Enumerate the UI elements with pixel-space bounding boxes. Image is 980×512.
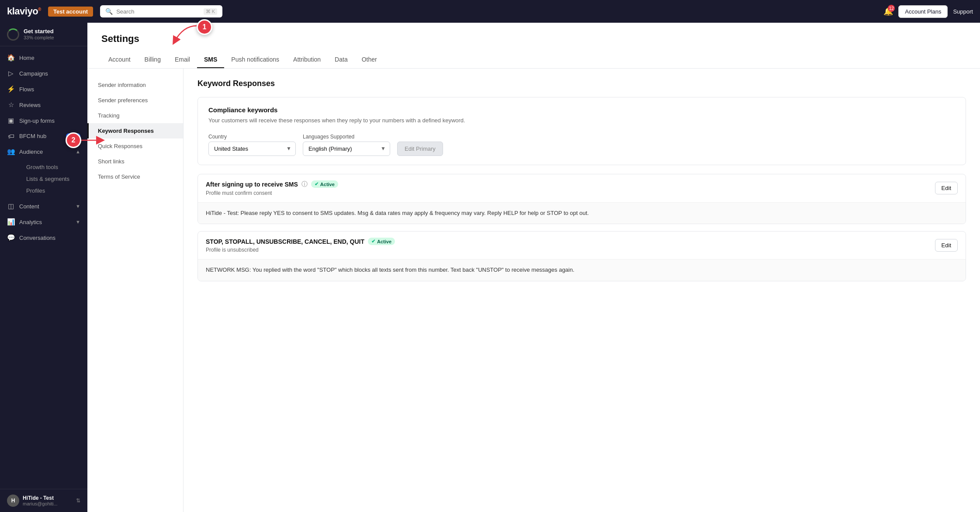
sidebar-item-content[interactable]: ◫ Content ▼ <box>0 198 87 214</box>
progress-section[interactable]: Get started 33% complete <box>0 23 87 46</box>
sms-nav-quick-responses[interactable]: Quick Responses <box>87 138 183 154</box>
language-select[interactable]: English (Primary) <box>303 142 390 156</box>
signup-forms-icon: ▣ <box>7 117 15 125</box>
status-label-2: Active <box>377 239 391 244</box>
sidebar-item-audience[interactable]: 👥 Audience ▲ <box>0 144 87 159</box>
country-language-row: Country United States ▼ Languages Suppor… <box>208 134 955 156</box>
country-label: Country <box>208 134 296 140</box>
audience-icon: 👥 <box>7 148 15 156</box>
sidebar-item-campaigns[interactable]: ▷ Campaigns <box>0 66 87 81</box>
sidebar-item-label: Reviews <box>19 102 41 108</box>
sidebar-item-home[interactable]: 🏠 Home <box>0 50 87 66</box>
search-input[interactable] <box>116 8 200 15</box>
sms-signup-title: After signing up to receive SMS <box>206 181 298 188</box>
content-icon: ◫ <box>7 202 15 210</box>
content-left: ◫ Content <box>7 202 39 210</box>
info-icon[interactable]: ⓘ <box>301 180 308 188</box>
sidebar-item-growth-tools[interactable]: Growth tools <box>19 161 87 173</box>
sidebar-item-label: Home <box>19 55 35 61</box>
stop-keywords-edit-button[interactable]: Edit <box>935 239 958 252</box>
new-badge: New <box>66 133 80 139</box>
tab-attribution[interactable]: Attribution <box>286 52 328 68</box>
nav-right: 🔔 12 Account Plans Support <box>883 5 973 18</box>
progress-subtitle: 33% complete <box>24 35 54 40</box>
top-navigation: klaviyo® Test account 🔍 ⌘ K 🔔 12 Account… <box>0 0 980 23</box>
logo-area: klaviyo® <box>7 6 41 17</box>
user-name: HiTide - Test <box>23 495 58 501</box>
country-select[interactable]: United States <box>208 142 296 156</box>
status-label: Active <box>320 182 335 187</box>
active-dot-icon: ✔ <box>315 181 319 187</box>
language-label: Languages Supported <box>303 134 390 140</box>
support-button[interactable]: Support <box>953 8 973 15</box>
sms-nav-sender-pref[interactable]: Sender preferences <box>87 93 183 108</box>
analytics-chevron-icon: ▼ <box>76 219 80 225</box>
sms-nav-keyword-responses[interactable]: Keyword Responses <box>87 123 183 138</box>
sidebar-item-analytics[interactable]: 📊 Analytics ▼ <box>0 214 87 230</box>
notifications-badge: 12 <box>888 5 895 12</box>
sidebar-item-flows[interactable]: ⚡ Flows <box>0 81 87 97</box>
tab-sms[interactable]: SMS <box>197 52 224 68</box>
tab-email[interactable]: Email <box>168 52 197 68</box>
sidebar-item-conversations[interactable]: 💬 Conversations <box>0 230 87 246</box>
sidebar-item-label: Content <box>19 203 39 210</box>
avatar: H <box>7 495 19 507</box>
edit-primary-button[interactable]: Edit Primary <box>397 142 443 156</box>
search-container: 🔍 ⌘ K <box>100 5 222 17</box>
sms-nav-sender-info[interactable]: Sender information <box>87 77 183 93</box>
stop-keywords-header: STOP, STOPALL, UNSUBSCRIBE, CANCEL, END,… <box>198 232 966 259</box>
sidebar-item-profiles[interactable]: Profiles <box>19 185 87 197</box>
user-profile-area[interactable]: H HiTide - Test marius@gohiti... ⇅ <box>0 489 87 512</box>
settings-tabs: Account Billing Email SMS Push notificat… <box>101 52 966 68</box>
sms-nav-tracking[interactable]: Tracking <box>87 108 183 123</box>
sms-signup-text: HiTide - Test: Please reply YES to conse… <box>206 209 958 218</box>
sms-nav-short-links[interactable]: Short links <box>87 154 183 169</box>
sidebar-item-label: Audience <box>19 149 43 155</box>
progress-title: Get started <box>24 28 54 35</box>
settings-title: Settings <box>101 33 966 45</box>
bfcm-icon: 🏷 <box>7 132 15 140</box>
sms-signup-edit-button[interactable]: Edit <box>935 182 958 194</box>
tab-billing[interactable]: Billing <box>138 52 168 68</box>
progress-circle <box>7 28 19 41</box>
language-select-wrapper: English (Primary) ▼ <box>303 142 390 156</box>
stop-keywords-body: NETWORK MSG: You replied with the word "… <box>198 259 966 281</box>
tab-account[interactable]: Account <box>101 52 138 68</box>
keyword-responses-title: Keyword Responses <box>197 79 966 88</box>
active-dot-icon-2: ✔ <box>371 239 375 244</box>
notifications-button[interactable]: 🔔 12 <box>883 7 893 16</box>
stop-keywords-status-badge: ✔ Active <box>368 238 395 245</box>
sms-signup-subtitle: Profile must confirm consent <box>206 190 338 196</box>
sidebar-item-bfcm-hub[interactable]: 🏷 BFCM hub New <box>0 128 87 144</box>
flows-icon: ⚡ <box>7 85 15 93</box>
reviews-icon: ☆ <box>7 101 15 109</box>
sidebar-item-reviews[interactable]: ☆ Reviews <box>0 97 87 113</box>
analytics-left: 📊 Analytics <box>7 218 42 226</box>
stop-title-row: STOP, STOPALL, UNSUBSCRIBE, CANCEL, END,… <box>206 238 395 245</box>
user-chevron-icon: ⇅ <box>76 498 80 504</box>
tab-push-notifications[interactable]: Push notifications <box>224 52 286 68</box>
sidebar-item-lists-segments[interactable]: Lists & segments <box>19 173 87 185</box>
account-name: Test account <box>48 7 93 17</box>
account-plans-button[interactable]: Account Plans <box>898 5 948 18</box>
bfcm-hub-left: 🏷 BFCM hub <box>7 132 46 140</box>
stop-keywords-subtitle: Profile is unsubscribed <box>206 247 395 253</box>
audience-sub-nav: Growth tools Lists & segments Profiles <box>0 159 87 198</box>
compliance-card: Compliance keywords Your customers will … <box>197 97 966 165</box>
language-field-group: Languages Supported English (Primary) ▼ <box>303 134 390 156</box>
sidebar-item-label: Analytics <box>19 219 42 225</box>
audience-chevron-icon: ▲ <box>76 149 80 154</box>
compliance-description: Your customers will receive these respon… <box>208 116 955 125</box>
sidebar-item-signup-forms[interactable]: ▣ Sign-up forms <box>0 113 87 128</box>
conversations-icon: 💬 <box>7 234 15 242</box>
tab-data[interactable]: Data <box>328 52 355 68</box>
sms-signup-title-row: After signing up to receive SMS ⓘ ✔ Acti… <box>206 180 338 188</box>
main-content: Settings Account Billing Email SMS Push … <box>87 23 980 512</box>
keyword-responses-content: Keyword Responses Compliance keywords Yo… <box>184 69 980 512</box>
tab-other[interactable]: Other <box>355 52 384 68</box>
sms-signup-status-badge: ✔ Active <box>311 180 338 188</box>
search-shortcut: ⌘ K <box>204 8 217 15</box>
sidebar-item-label: Flows <box>19 86 34 93</box>
analytics-icon: 📊 <box>7 218 15 226</box>
sms-nav-terms[interactable]: Terms of Service <box>87 169 183 184</box>
